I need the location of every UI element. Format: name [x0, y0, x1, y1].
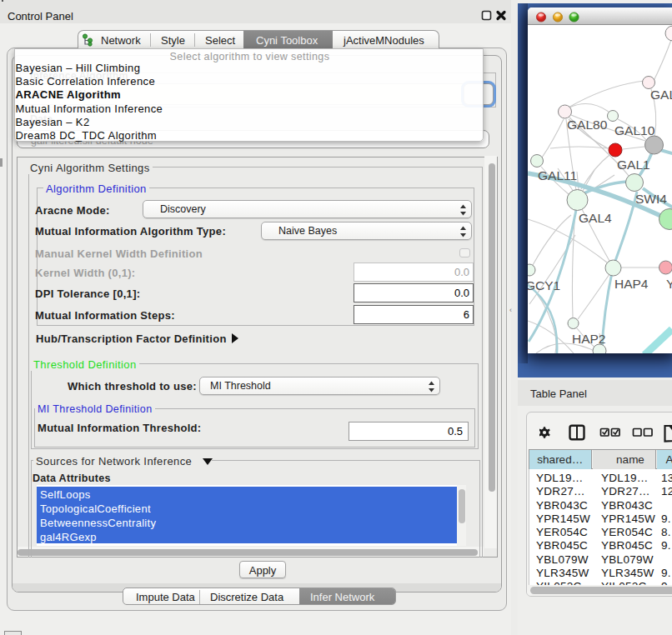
svg-text:GAL11: GAL11 — [538, 168, 577, 182]
svg-text:HAP4: HAP4 — [614, 277, 649, 291]
svg-text:SWI4: SWI4 — [635, 192, 667, 206]
svg-text:GAL1: GAL1 — [617, 158, 650, 172]
svg-text:YL: YL — [666, 277, 672, 291]
svg-text:GAL4: GAL4 — [579, 211, 612, 225]
svg-text:GCY1: GCY1 — [528, 278, 560, 292]
svg-text:GAL: GAL — [650, 88, 672, 102]
svg-text:HAP2: HAP2 — [572, 332, 606, 346]
svg-text:GAL80: GAL80 — [567, 118, 608, 132]
svg-text:GAL10: GAL10 — [614, 123, 655, 138]
